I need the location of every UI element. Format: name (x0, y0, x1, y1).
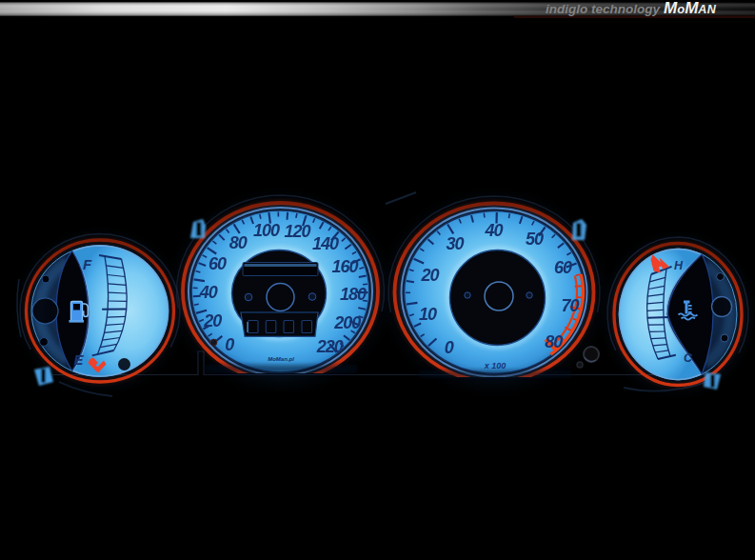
svg-text:160: 160 (332, 257, 359, 276)
svg-text:F: F (83, 256, 92, 272)
svg-text:H: H (674, 259, 684, 272)
svg-text:20: 20 (203, 311, 222, 330)
svg-text:140: 140 (312, 234, 339, 253)
svg-text:indiglo technology: indiglo technology (546, 2, 661, 16)
svg-text:0: 0 (225, 335, 234, 354)
svg-text:MoMan.pl: MoMan.pl (268, 356, 294, 362)
svg-text:120: 120 (285, 222, 311, 241)
svg-text:40: 40 (199, 283, 218, 302)
svg-text:70: 70 (561, 296, 579, 315)
svg-text:200: 200 (333, 313, 361, 332)
svg-text:180: 180 (340, 285, 367, 304)
svg-text:60: 60 (554, 258, 572, 277)
svg-text:100: 100 (253, 221, 280, 240)
svg-text:x 100: x 100 (484, 361, 507, 370)
svg-text:50: 50 (526, 230, 544, 249)
svg-text:220: 220 (316, 337, 344, 356)
svg-text:40: 40 (484, 221, 503, 240)
svg-text:60: 60 (209, 254, 227, 273)
svg-text:E: E (73, 351, 84, 368)
svg-text:80: 80 (545, 332, 563, 351)
svg-text:0: 0 (445, 338, 454, 357)
svg-text:30: 30 (446, 234, 464, 253)
svg-text:C: C (684, 351, 693, 365)
svg-text:80: 80 (229, 233, 248, 252)
svg-text:MoMAN: MoMAN (664, 0, 717, 17)
svg-text:10: 10 (419, 305, 437, 324)
svg-text:20: 20 (420, 266, 439, 285)
